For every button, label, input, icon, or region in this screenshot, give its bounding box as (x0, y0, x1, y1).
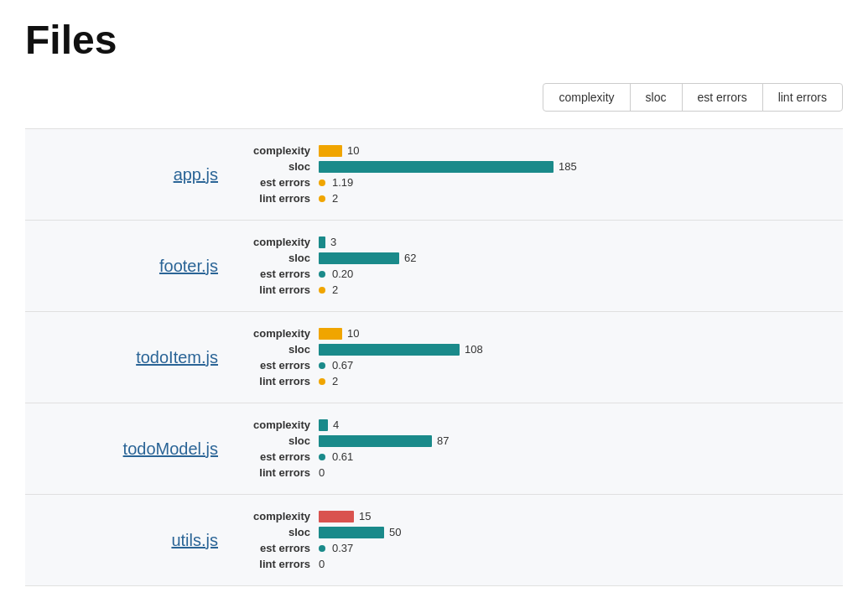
metric-bar-row: 185 (319, 160, 843, 173)
filter-bar: complexityslocest errorslint errors (25, 83, 843, 112)
table-row: todoModel.jscomplexity4sloc87est errors0… (25, 403, 843, 494)
metric-bar-row: 108 (319, 343, 843, 356)
metric-dot (319, 362, 325, 369)
file-name: todoModel.js (25, 439, 243, 459)
metric-bar-row: 10 (319, 327, 843, 340)
metric-label: est errors (243, 176, 319, 189)
page-title: Files (25, 17, 843, 63)
metric-label: lint errors (243, 466, 319, 479)
metric-label: complexity (243, 327, 319, 340)
metric-label: lint errors (243, 283, 319, 296)
metric-bar (319, 527, 384, 538)
metric-bar (319, 237, 325, 248)
file-link[interactable]: utils.js (171, 531, 218, 549)
metric-label: est errors (243, 359, 319, 372)
metric-value: 108 (465, 343, 483, 356)
metric-value: 50 (389, 526, 401, 538)
metric-label: sloc (243, 434, 319, 447)
metric-value: 3 (330, 236, 336, 248)
metric-bar (319, 344, 460, 356)
metric-value: 0 (319, 558, 325, 570)
metric-label: sloc (243, 160, 319, 173)
metric-bar (319, 511, 354, 522)
metric-bar-row: 2 (319, 283, 843, 296)
metric-label: complexity (243, 236, 319, 248)
metric-bar (319, 145, 342, 157)
metric-value: 2 (332, 283, 338, 296)
table-row: utils.jscomplexity15sloc50est errors0.37… (25, 494, 843, 586)
filter-btn-sloc[interactable]: sloc (630, 83, 683, 112)
metric-bar-row: 62 (319, 252, 843, 264)
metric-label: complexity (243, 418, 319, 431)
metric-label: lint errors (243, 192, 319, 205)
metric-value: 1.19 (332, 176, 353, 189)
metric-label: sloc (243, 252, 319, 264)
table-row: footer.jscomplexity3sloc62est errors0.20… (25, 220, 843, 311)
metric-dot (319, 545, 325, 552)
metric-bar-row: 15 (319, 510, 843, 522)
metric-bar-row: 0.37 (319, 542, 843, 554)
metric-value: 185 (559, 160, 577, 173)
metric-label: lint errors (243, 375, 319, 387)
metric-value: 15 (359, 510, 371, 522)
metrics-grid: complexity4sloc87est errors0.61lint erro… (243, 418, 843, 479)
metric-label: est errors (243, 268, 319, 280)
metric-dot (319, 454, 325, 460)
metric-dot (319, 378, 325, 385)
metric-bar-row: 1.19 (319, 176, 843, 189)
metric-label: est errors (243, 542, 319, 554)
file-link[interactable]: footer.js (159, 257, 218, 275)
metric-dot (319, 179, 325, 186)
metric-bar-row: 0.61 (319, 450, 843, 463)
metric-value: 0 (319, 466, 325, 479)
file-name: app.js (25, 165, 243, 185)
metric-value: 0.61 (332, 450, 353, 463)
metric-value: 4 (333, 418, 339, 431)
metric-label: lint errors (243, 558, 319, 570)
filter-btn-lint-errors[interactable]: lint errors (762, 83, 843, 112)
metric-bar-row: 0.67 (319, 359, 843, 372)
metrics-grid: complexity10sloc108est errors0.67lint er… (243, 327, 843, 387)
table-row: todoItem.jscomplexity10sloc108est errors… (25, 311, 843, 403)
metric-value: 10 (347, 327, 359, 340)
file-link[interactable]: todoItem.js (136, 348, 218, 366)
metric-bar-row: 4 (319, 418, 843, 431)
metric-dot (319, 195, 325, 202)
metric-bar (319, 161, 554, 173)
metric-bar-row: 0 (319, 466, 843, 479)
metric-label: sloc (243, 526, 319, 538)
metric-bar-row: 10 (319, 144, 843, 157)
table-row: app.jscomplexity10sloc185est errors1.19l… (25, 128, 843, 220)
file-name: utils.js (25, 531, 243, 550)
metric-label: sloc (243, 343, 319, 356)
metric-dot (319, 271, 325, 278)
metric-label: complexity (243, 144, 319, 157)
metric-value: 0.67 (332, 359, 353, 372)
metric-bar (319, 435, 432, 447)
file-list: app.jscomplexity10sloc185est errors1.19l… (25, 128, 843, 586)
metric-value: 10 (347, 144, 359, 157)
file-link[interactable]: todoModel.js (123, 439, 218, 458)
metric-bar-row: 2 (319, 192, 843, 205)
metric-value: 0.20 (332, 268, 353, 280)
metric-value: 87 (437, 434, 449, 447)
metrics-grid: complexity15sloc50est errors0.37lint err… (243, 510, 843, 570)
file-link[interactable]: app.js (174, 165, 218, 184)
metric-bar-row: 50 (319, 526, 843, 538)
metrics-grid: complexity10sloc185est errors1.19lint er… (243, 144, 843, 205)
metric-value: 2 (332, 192, 338, 205)
metric-bar-row: 87 (319, 434, 843, 447)
metric-value: 0.37 (332, 542, 353, 554)
metric-bar-row: 0 (319, 558, 843, 570)
file-name: todoItem.js (25, 348, 243, 367)
filter-btn-complexity[interactable]: complexity (543, 83, 630, 112)
filter-btn-est-errors[interactable]: est errors (682, 83, 763, 112)
metric-bar (319, 419, 328, 431)
metric-bar-row: 2 (319, 375, 843, 387)
metrics-grid: complexity3sloc62est errors0.20lint erro… (243, 236, 843, 296)
metric-dot (319, 287, 325, 294)
metric-value: 62 (404, 252, 416, 264)
metric-label: complexity (243, 510, 319, 522)
metric-bar (319, 328, 342, 340)
metric-bar-row: 3 (319, 236, 843, 248)
